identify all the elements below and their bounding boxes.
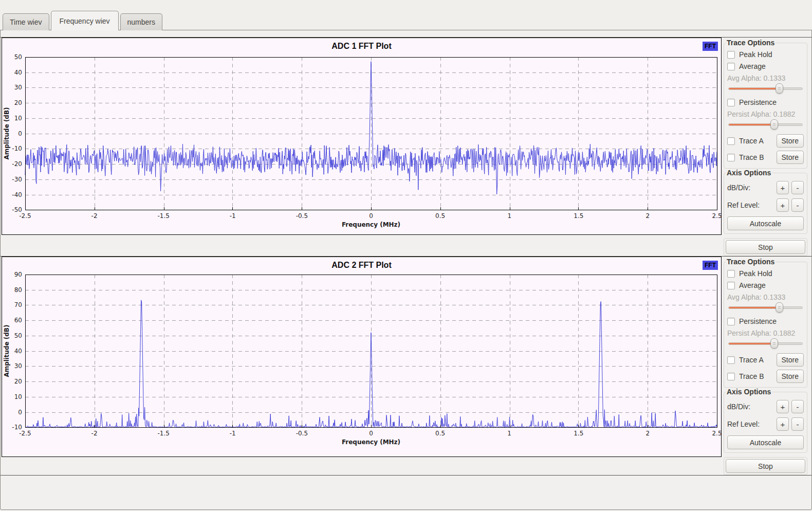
- checkbox-icon: [727, 318, 735, 325]
- adc2-stop-button[interactable]: Stop: [726, 459, 805, 473]
- adc1-axis-options-group: Axis Options dB/Div: + - Ref Level: + - …: [724, 169, 807, 234]
- adc2-persist-alpha-slider[interactable]: [728, 338, 803, 349]
- adc1-db-div-plus-button[interactable]: +: [777, 181, 789, 194]
- adc1-persistence-checkbox[interactable]: Persistence: [727, 98, 804, 106]
- x-axis-label: Frequency (MHz): [342, 439, 400, 446]
- grid: [25, 275, 717, 427]
- y-tick-label: -30: [12, 176, 22, 183]
- slider-fill: [729, 124, 774, 125]
- x-tick-label: 1: [507, 212, 511, 220]
- y-tick-label: 40: [14, 348, 22, 355]
- adc2-fft-plot: 9080706050403020100-10-2.5-2-1.5-1-0.500…: [2, 257, 722, 457]
- adc2-autoscale-button[interactable]: Autoscale: [727, 435, 804, 449]
- adc2-avg-alpha-slider[interactable]: [728, 302, 803, 313]
- tab-numbers[interactable]: numbers: [120, 13, 162, 30]
- adc2-peak-hold-checkbox[interactable]: Peak Hold: [727, 269, 804, 278]
- y-tick-label: 70: [14, 302, 22, 309]
- tab-bar: Time wiev Frequency wiev numbers: [0, 0, 812, 30]
- adc2-persist-alpha-value: Persist Alpha: 0.1882: [727, 329, 804, 337]
- adc1-trace-b-store-button[interactable]: Store: [777, 151, 804, 164]
- slider-handle[interactable]: [776, 83, 783, 94]
- y-tick-label: -20: [12, 160, 22, 168]
- y-tick-label: 10: [14, 393, 22, 400]
- adc1-ref-level-minus-button[interactable]: -: [791, 198, 804, 212]
- adc2-trace-b-row: Trace B Store: [727, 370, 804, 383]
- x-tick-label: -1.5: [157, 212, 169, 220]
- adc1-avg-alpha-slider[interactable]: [728, 83, 803, 94]
- adc2-average-checkbox[interactable]: Average: [727, 281, 804, 289]
- adc2-ref-level-plus-button[interactable]: +: [777, 417, 789, 431]
- peak-hold-label: Peak Hold: [739, 50, 772, 59]
- trace-a-label: Trace A: [739, 356, 764, 364]
- x-tick-label: -2.5: [19, 430, 31, 437]
- adc1-stop-button[interactable]: Stop: [726, 240, 805, 254]
- x-tick-label: 1.5: [574, 212, 583, 220]
- x-tick-label: -0.5: [296, 212, 308, 220]
- adc2-db-div-plus-button[interactable]: +: [777, 400, 789, 413]
- y-tick-label: 20: [14, 378, 22, 385]
- adc2-fft-badge: FFT: [703, 261, 718, 270]
- adc1-autoscale-button[interactable]: Autoscale: [727, 216, 804, 230]
- tab-frequency-view[interactable]: Frequency wiev: [51, 11, 119, 30]
- trace-options-title: Trace Options: [726, 39, 776, 47]
- empty-area: [1, 476, 811, 509]
- x-tick-label: 0.5: [435, 212, 445, 220]
- adc1-stop-frame: Stop: [724, 238, 807, 256]
- x-tick-label: 0: [369, 212, 373, 220]
- adc1-row: 50403020100-10-20-30-40-50-2.5-2-1.5-1-0…: [1, 37, 811, 256]
- average-label: Average: [739, 62, 766, 70]
- adc2-db-div-row: dB/Div: + -: [727, 400, 804, 413]
- slider-track: [728, 342, 803, 345]
- adc2-ref-level-minus-button[interactable]: -: [791, 417, 804, 431]
- adc2-trace-a-store-button[interactable]: Store: [777, 353, 804, 367]
- x-tick-label: -2: [91, 430, 98, 437]
- frequency-view-page: 50403020100-10-20-30-40-50-2.5-2-1.5-1-0…: [0, 30, 812, 510]
- tab-time-view[interactable]: Time wiev: [3, 13, 49, 30]
- adc1-fft-badge: FFT: [703, 42, 718, 51]
- y-tick-label: -10: [12, 145, 22, 152]
- adc1-peak-hold-checkbox[interactable]: Peak Hold: [727, 50, 804, 59]
- x-tick-label: -1: [230, 430, 236, 437]
- y-tick-label: 20: [14, 99, 22, 106]
- x-tick-label: -2: [91, 212, 98, 220]
- db-div-label: dB/Div:: [727, 184, 774, 192]
- y-tick-label: 0: [18, 409, 22, 416]
- trace-a-label: Trace A: [739, 137, 764, 145]
- checkbox-icon: [727, 282, 735, 289]
- adc1-persist-alpha-value: Persist Alpha: 0.1882: [727, 110, 804, 118]
- adc1-trace-a-store-button[interactable]: Store: [777, 134, 804, 148]
- adc2-axis-options-group: Axis Options dB/Div: + - Ref Level: + - …: [724, 388, 807, 453]
- adc1-ref-level-plus-button[interactable]: +: [777, 198, 789, 212]
- slider-handle[interactable]: [770, 338, 778, 349]
- y-tick-label: -40: [12, 191, 22, 198]
- persistence-label: Persistence: [739, 98, 777, 106]
- adc2-db-div-minus-button[interactable]: -: [791, 400, 804, 413]
- adc1-ref-level-row: Ref Level: + -: [727, 198, 804, 212]
- slider-fill: [729, 307, 780, 308]
- trace-b-label: Trace B: [739, 372, 764, 380]
- adc1-persist-alpha-slider[interactable]: [728, 119, 803, 130]
- adc2-trace-a-checkbox[interactable]: [727, 356, 735, 364]
- adc1-trace-b-checkbox[interactable]: [727, 154, 735, 161]
- trace-options-title: Trace Options: [726, 258, 776, 266]
- y-tick-label: 90: [14, 271, 22, 278]
- adc1-average-checkbox[interactable]: Average: [727, 62, 804, 70]
- adc1-fft-plot: 50403020100-10-20-30-40-50-2.5-2-1.5-1-0…: [2, 38, 722, 235]
- adc1-db-div-minus-button[interactable]: -: [791, 181, 804, 194]
- slider-handle[interactable]: [776, 302, 783, 313]
- adc2-persistence-checkbox[interactable]: Persistence: [727, 317, 804, 325]
- slider-track: [728, 306, 803, 309]
- y-axis-label: Amplitude (dB): [3, 325, 10, 377]
- adc2-ref-level-row: Ref Level: + -: [727, 417, 804, 431]
- adc2-avg-alpha-value: Avg Alpha: 0.1333: [727, 293, 804, 301]
- adc2-trace-b-store-button[interactable]: Store: [777, 370, 804, 383]
- slider-fill: [729, 343, 774, 344]
- y-tick-label: 30: [14, 84, 22, 91]
- slider-handle[interactable]: [770, 119, 778, 130]
- x-tick-label: -2.5: [19, 212, 31, 220]
- adc1-trace-a-checkbox[interactable]: [727, 137, 735, 145]
- adc2-trace-b-checkbox[interactable]: [727, 373, 735, 380]
- x-axis-label: Frequency (MHz): [342, 221, 400, 228]
- adc2-trace-options-group: Trace Options Peak Hold Average Avg Alph…: [724, 258, 807, 388]
- x-tick-label: 2: [646, 212, 650, 220]
